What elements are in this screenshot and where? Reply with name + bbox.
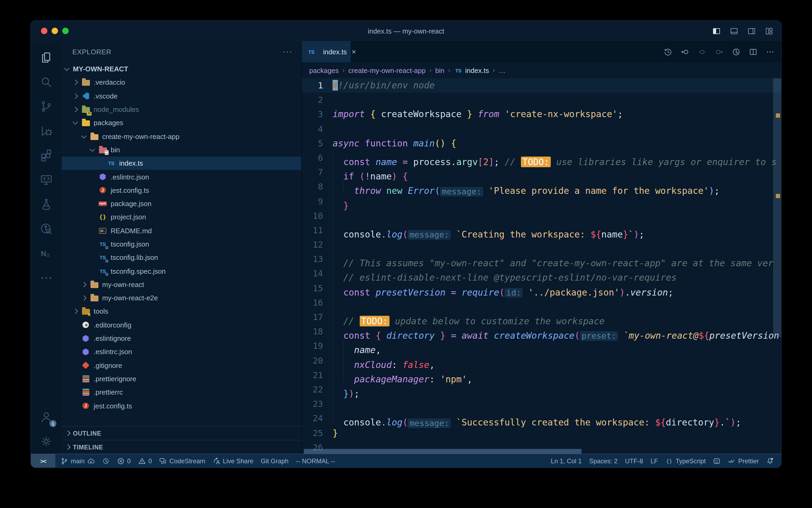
- status-git-branch[interactable]: main: [61, 457, 95, 465]
- tree-item-index-ts[interactable]: TSindex.ts: [62, 157, 301, 170]
- customize-layout-icon[interactable]: [765, 26, 774, 35]
- folder-bin-icon: 01 10: [98, 145, 107, 154]
- activity-run-debug-icon[interactable]: [34, 119, 58, 143]
- activity-source-control-icon[interactable]: [34, 94, 58, 119]
- next-change-icon[interactable]: [715, 47, 724, 56]
- activity-testing-icon[interactable]: [34, 192, 58, 217]
- status-vim-mode[interactable]: -- NORMAL --: [296, 457, 335, 465]
- line-number: 12: [302, 238, 333, 252]
- window-close-button[interactable]: [41, 28, 47, 34]
- status-codestream[interactable]: CodeStream: [159, 457, 205, 465]
- status-live-share[interactable]: Live Share: [213, 457, 253, 465]
- activity-settings-icon[interactable]: [34, 429, 58, 454]
- panel-timeline[interactable]: TIMELINE: [62, 440, 301, 454]
- status-eol[interactable]: LF: [651, 457, 658, 465]
- tree-item-project-json[interactable]: {}project.json: [62, 211, 301, 224]
- chevron-right-icon: [73, 93, 78, 99]
- sidebar-more-icon[interactable]: ···: [283, 47, 293, 56]
- git-icon: [82, 361, 90, 370]
- tree-item--editorconfig[interactable]: .editorconfig: [62, 318, 301, 332]
- breadcrumb-index.ts[interactable]: TSindex.ts: [454, 66, 489, 75]
- breadcrumb-create-my-own-react-app[interactable]: create-my-own-react-app: [348, 66, 425, 74]
- toggle-primary-sidebar-icon[interactable]: [712, 26, 721, 35]
- activity-extensions-icon[interactable]: [34, 143, 58, 168]
- tree-item-node-modules[interactable]: JSnode_modules: [62, 103, 301, 116]
- nav-back-icon[interactable]: [680, 47, 689, 56]
- prev-change-icon[interactable]: [698, 47, 707, 56]
- breadcrumb-bin[interactable]: bin: [435, 66, 444, 74]
- tree-item-create-my-own-react-app[interactable]: create-my-own-react-app: [62, 130, 301, 143]
- ts-gear-icon: TS⚙: [98, 253, 107, 262]
- timeline-history-icon[interactable]: [664, 47, 673, 56]
- status-language-mode[interactable]: {}TypeScript: [665, 457, 706, 465]
- commit-graph-icon[interactable]: [732, 47, 741, 56]
- tab-close-icon[interactable]: ×: [352, 47, 356, 56]
- line-number: 4: [302, 122, 333, 136]
- status-indentation[interactable]: Spaces: 2: [589, 457, 618, 465]
- tree-item-label: .vscode: [94, 92, 117, 100]
- activity-more-views-icon[interactable]: [34, 266, 58, 290]
- horizontal-scrollbar[interactable]: [304, 449, 582, 454]
- tree-item-tools[interactable]: ✕tools: [62, 305, 301, 319]
- activity-accounts-icon[interactable]: 1: [34, 405, 58, 429]
- tree-item-my-own-react-e2e[interactable]: my-own-react-e2e: [62, 291, 301, 305]
- breadcrumb-symbols[interactable]: …: [498, 66, 506, 74]
- more-actions-icon[interactable]: [766, 47, 775, 56]
- tree-item-tsconfig-spec-json[interactable]: TS⚙tsconfig.spec.json: [62, 264, 301, 278]
- activity-gitlens-icon[interactable]: [34, 217, 58, 241]
- chevron-right-icon: [73, 107, 78, 112]
- tree-item--vscode[interactable]: .vscode: [62, 89, 301, 103]
- activity-explorer-icon[interactable]: [34, 45, 58, 70]
- tree-item-jest-config-ts[interactable]: Jjest.config.ts: [62, 399, 301, 413]
- tree-item--eslintrc-json[interactable]: .eslintrc.json: [62, 170, 301, 184]
- status-prettier[interactable]: Prettier: [728, 457, 759, 465]
- tree-item-label: node_modules: [94, 105, 139, 114]
- tree-item-my-own-react[interactable]: my-own-react: [62, 278, 301, 292]
- status-cursor-position[interactable]: Ln 1, Col 1: [551, 457, 582, 465]
- tree-item-readme-md[interactable]: M↓README.md: [62, 224, 301, 238]
- toggle-secondary-sidebar-icon[interactable]: [747, 26, 756, 35]
- tree-item-package-json[interactable]: npmpackage.json: [62, 197, 301, 211]
- tree-item--prettierignore[interactable]: .prettierignore: [62, 372, 301, 386]
- tree-item--prettierrc[interactable]: .prettierrc: [62, 385, 301, 399]
- breadcrumb-packages[interactable]: packages: [309, 66, 339, 74]
- window-minimize-button[interactable]: [52, 28, 58, 34]
- tree-item-tsconfig-json[interactable]: TS⚙tsconfig.json: [62, 238, 301, 251]
- smiley: [713, 457, 721, 465]
- activity-nx-console-icon[interactable]: N≥: [34, 241, 58, 266]
- editor-actions: [664, 41, 775, 62]
- panel-outline[interactable]: OUTLINE: [62, 426, 301, 440]
- tab-index-ts[interactable]: TS index.ts ×: [302, 41, 351, 62]
- tree-item-tsconfig-lib-json[interactable]: TS⚙tsconfig.lib.json: [62, 251, 301, 264]
- status-feedback-smiley[interactable]: [713, 457, 721, 465]
- split-editor-icon[interactable]: [749, 47, 758, 56]
- activity-bar: N≥1: [31, 41, 62, 454]
- breadcrumb-separator: ›: [429, 67, 432, 74]
- tree-item--verdaccio[interactable]: .verdaccio: [62, 76, 301, 89]
- status-notifications-bell[interactable]: [766, 457, 774, 465]
- tree-item-packages[interactable]: packages: [62, 116, 301, 130]
- activity-search-icon[interactable]: [34, 70, 58, 94]
- status-problems-errors[interactable]: 0: [117, 457, 131, 465]
- status-bar: >< main00CodeStreamLive ShareGit Graph--…: [31, 454, 781, 468]
- status-git-graph[interactable]: Git Graph: [261, 457, 288, 465]
- tree-item-bin[interactable]: 01 10bin: [62, 143, 301, 157]
- tree-item--eslintrc-json[interactable]: .eslintrc.json: [62, 345, 301, 358]
- code-line-13: 13// This assumes "my-own-react" and "cr…: [302, 252, 781, 266]
- status-problems-warnings[interactable]: 0: [138, 457, 152, 465]
- activity-remote-explorer-icon[interactable]: [34, 168, 58, 192]
- code-line-2: 2: [302, 93, 781, 107]
- tree-item--gitignore[interactable]: .gitignore: [62, 358, 301, 372]
- ts-gear-icon: TS⚙: [98, 240, 107, 248]
- status-commit-graph-btn[interactable]: [102, 457, 110, 465]
- tree-root-my-own-react[interactable]: MY-OWN-REACT: [62, 62, 301, 76]
- remote-indicator[interactable]: ><: [31, 454, 55, 468]
- tree-item--eslintignore[interactable]: .eslintignore: [62, 332, 301, 345]
- vertical-scrollbar[interactable]: [773, 78, 781, 337]
- toggle-panel-icon[interactable]: [729, 26, 738, 35]
- code-editor[interactable]: 1#!/usr/bin/env node23import { createWor…: [302, 78, 781, 454]
- tab-bar: TS index.ts ×: [302, 41, 781, 62]
- status-encoding[interactable]: UTF-8: [625, 457, 643, 465]
- tree-item-jest-config-ts[interactable]: Jjest.config.ts: [62, 183, 301, 197]
- window-zoom-button[interactable]: [62, 28, 68, 34]
